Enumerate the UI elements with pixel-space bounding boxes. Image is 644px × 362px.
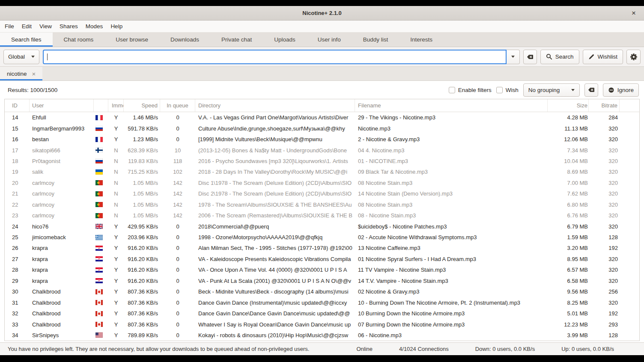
table-row[interactable]: 28 krapra Y 916.20 KB/s 0 VA - Once Upon… bbox=[5, 264, 639, 275]
main-tab-search-files[interactable]: Search files bbox=[0, 33, 53, 47]
cell-queue: 0 bbox=[160, 300, 195, 306]
ignore-button[interactable]: Ignore bbox=[603, 83, 639, 97]
cell-user: krapra bbox=[30, 267, 94, 273]
table-row[interactable]: 32 Chalkbrood Y 807.36 KB/s 0 Dance Gavi… bbox=[5, 308, 639, 319]
results-table-header: ID User Immediate Speed In queue Directo… bbox=[5, 99, 639, 112]
table-row[interactable]: 15 IngmarBergman9993 Y 591.78 KB/s 0 Cul… bbox=[5, 123, 639, 134]
table-row[interactable]: 34 SirSnipeys Y 789.89 KB/s 0 Kokayi - r… bbox=[5, 330, 639, 341]
cell-size: 4.28 MB bbox=[548, 114, 589, 121]
enable-filters-checkbox-group[interactable]: Enable filters bbox=[449, 87, 492, 93]
main-tab-chat-rooms[interactable]: Chat rooms bbox=[53, 33, 105, 47]
window-close-button[interactable]: × bbox=[628, 7, 640, 19]
main-tab-uploads[interactable]: Uploads bbox=[263, 33, 307, 47]
flag-us-icon bbox=[94, 332, 108, 338]
table-row[interactable]: 17 sikatopi666 N 628.39 KB/s 10 (2013-12… bbox=[5, 145, 639, 155]
search-settings-button[interactable] bbox=[626, 50, 641, 64]
online-status[interactable]: Online bbox=[356, 346, 373, 352]
result-tab-nicotine[interactable]: nicotine × bbox=[0, 67, 42, 80]
main-tab-interests[interactable]: Interests bbox=[399, 33, 444, 47]
column-header-id[interactable]: ID bbox=[5, 99, 30, 112]
table-row[interactable]: 18 Pr0tagonist N 119.83 KB/s 118 2016 - … bbox=[5, 156, 639, 166]
clear-results-button[interactable] bbox=[584, 83, 598, 97]
table-row[interactable]: 26 krapra Y 916.20 KB/s 0 Alan Milman Se… bbox=[5, 243, 639, 253]
clear-search-button[interactable] bbox=[523, 50, 537, 64]
wish-checkbox-group[interactable]: Wish bbox=[496, 87, 519, 93]
table-row[interactable]: 33 Chalkbrood Y 807.36 KB/s 0 Whatever I… bbox=[5, 319, 639, 329]
menu-item-file[interactable]: File bbox=[1, 21, 18, 32]
search-scope-dropdown[interactable]: Global bbox=[3, 50, 39, 64]
table-row[interactable]: 21 carlmcoy N 1.05 MB/s 142 Disc 2\1978 … bbox=[5, 188, 639, 199]
cell-speed: 916.20 KB/s bbox=[124, 278, 160, 284]
column-header-directory[interactable]: Directory bbox=[195, 99, 355, 112]
cell-size: 7.62 MB bbox=[548, 190, 589, 197]
connections-count[interactable]: 4/1024 Connections bbox=[399, 346, 449, 352]
column-header-speed[interactable]: Speed bbox=[124, 99, 160, 112]
menu-item-help[interactable]: Help bbox=[107, 21, 126, 32]
flag-pt-icon bbox=[94, 202, 108, 207]
table-row[interactable]: 29 krapra Y 916.20 KB/s 0 VA - Punk At L… bbox=[5, 276, 639, 286]
cell-size: 10.04 MB bbox=[548, 158, 589, 164]
tab-close-icon[interactable]: × bbox=[32, 70, 36, 77]
enable-filters-checkbox[interactable] bbox=[449, 87, 455, 93]
table-row[interactable]: 24 hico76 Y 429.95 KB/s 0 2018\Commercia… bbox=[5, 221, 639, 231]
column-header-queue[interactable]: In queue bbox=[160, 99, 195, 112]
cell-directory: Dance Gavin Dance (Instrumental)\music u… bbox=[195, 300, 355, 306]
grouping-dropdown[interactable]: No grouping bbox=[523, 83, 580, 97]
table-row[interactable]: 14 Ehfull Y 1.46 MB/s 0 V.A. - Las Vegas… bbox=[5, 112, 639, 123]
main-tab-buddy-list[interactable]: Buddy list bbox=[352, 33, 400, 47]
menubar: FileEditViewSharesModesHelp bbox=[0, 21, 644, 33]
cell-directory: 2018 - 28 Days In The Valley\Dorothy\Roc… bbox=[195, 169, 355, 175]
table-row[interactable]: 20 carlmcoy N 1.05 MB/s 142 Disc 1\1978 … bbox=[5, 178, 639, 188]
table-row[interactable]: 16 bestan Y 1.23 MB/s 0 [1999] Midnite V… bbox=[5, 134, 639, 145]
table-row[interactable]: 25 jimicomeback Y 203.96 KB/s 0 1998 - O… bbox=[5, 232, 639, 243]
cell-immediate: Y bbox=[108, 310, 124, 317]
column-header-bitrate[interactable]: Bitrate bbox=[589, 99, 620, 112]
download-stats[interactable]: Down: 0 users, 0.0 KB/s bbox=[475, 346, 535, 352]
main-tab-downloads[interactable]: Downloads bbox=[159, 33, 210, 47]
cell-directory: VA - Kaleidoscope Presents Kaleidoscopic… bbox=[195, 256, 355, 262]
cell-queue: 0 bbox=[160, 125, 195, 132]
column-header-user[interactable]: User bbox=[30, 99, 94, 112]
search-button[interactable]: Search bbox=[540, 50, 579, 64]
table-row[interactable]: 19 salik N 715.25 KB/s 102 2018 - 28 Day… bbox=[5, 166, 639, 177]
cell-speed: 807.36 KB/s bbox=[124, 288, 160, 295]
menu-item-view[interactable]: View bbox=[36, 21, 56, 32]
cell-size: 8.69 MB bbox=[548, 169, 589, 175]
table-row[interactable]: 30 Chalkbrood Y 807.36 KB/s 0 Beck - Mid… bbox=[5, 286, 639, 297]
cell-user: krapra bbox=[30, 245, 94, 251]
upload-stats[interactable]: Up: 0 users, 0.0 KB/s bbox=[561, 346, 614, 352]
menu-item-shares[interactable]: Shares bbox=[56, 21, 82, 32]
cell-user: Chalkbrood bbox=[30, 310, 94, 317]
column-header-size[interactable]: Size bbox=[548, 99, 589, 112]
cell-speed: 203.96 KB/s bbox=[124, 234, 160, 240]
search-history-dropdown-button[interactable] bbox=[507, 50, 520, 64]
column-header-immediate[interactable]: Immediate bbox=[108, 99, 124, 112]
wishlist-button[interactable]: Wishlist bbox=[583, 50, 623, 64]
cell-queue: 118 bbox=[160, 158, 195, 164]
cell-id: 17 bbox=[5, 147, 30, 154]
cell-size: 12.23 MB bbox=[548, 321, 589, 328]
menu-item-edit[interactable]: Edit bbox=[18, 21, 36, 32]
cell-id: 16 bbox=[5, 136, 30, 142]
table-row[interactable]: 27 krapra Y 916.20 KB/s 0 VA - Kaleidosc… bbox=[5, 254, 639, 264]
table-row[interactable]: 31 Chalkbrood Y 807.36 KB/s 0 Dance Gavi… bbox=[5, 297, 639, 308]
window-title: Nicotine+ 2.1.0 bbox=[302, 10, 341, 16]
cell-id: 29 bbox=[5, 278, 30, 284]
column-header-filename[interactable]: Filename bbox=[355, 99, 548, 112]
column-header-flag[interactable] bbox=[94, 99, 108, 112]
flag-fr-icon bbox=[94, 137, 108, 142]
menu-item-modes[interactable]: Modes bbox=[82, 21, 107, 32]
main-tab-user-info[interactable]: User info bbox=[307, 33, 352, 47]
cell-user: Chalkbrood bbox=[30, 300, 94, 306]
main-tab-user-browse[interactable]: User browse bbox=[104, 33, 159, 47]
cell-speed: 916.20 KB/s bbox=[124, 256, 160, 262]
table-row[interactable]: 23 carlmcoy N 1.05 MB/s 142 2006 - The S… bbox=[5, 210, 639, 221]
cell-directory: Beck - Midnite Vultures\Beck - discograp… bbox=[195, 288, 355, 295]
search-input[interactable] bbox=[43, 50, 507, 64]
table-row[interactable]: 22 carlmcoy N 1.05 MB/s 142 1978 - The S… bbox=[5, 199, 639, 210]
cell-filename: 14 T.V. Vampire - Nicotine Stain.mp3 bbox=[355, 278, 548, 284]
main-tab-private-chat[interactable]: Private chat bbox=[210, 33, 263, 47]
results-table: ID User Immediate Speed In queue Directo… bbox=[4, 99, 640, 341]
wish-checkbox[interactable] bbox=[496, 87, 503, 93]
cell-queue: 0 bbox=[160, 256, 195, 262]
